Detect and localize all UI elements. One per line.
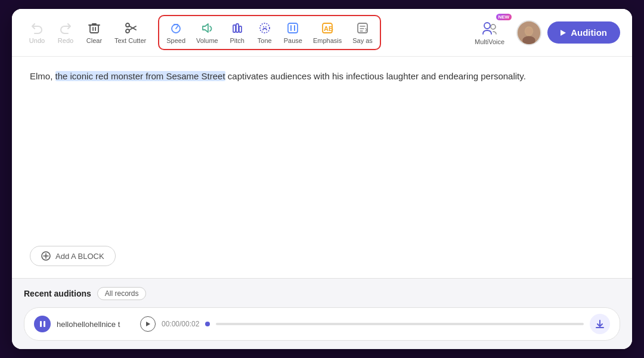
speed-icon (169, 21, 183, 35)
clear-label: Clear (86, 37, 102, 44)
sayas-label: Say as (352, 37, 373, 44)
new-badge: NEW (496, 14, 512, 20)
play-icon (561, 30, 566, 36)
recent-header: Recent auditions All records (24, 287, 620, 300)
all-records-button[interactable]: All records (97, 287, 147, 300)
toolbar: Undo Redo (12, 9, 632, 57)
pause-button[interactable]: Pause (279, 17, 307, 48)
svg-rect-9 (239, 26, 242, 32)
emphasis-icon: AB (320, 21, 335, 35)
emphasis-button[interactable]: AB Emphasis (308, 17, 346, 48)
progress-dot (205, 322, 210, 326)
volume-icon (200, 21, 214, 35)
undo-icon (30, 21, 44, 35)
audio-row: hellohellohellnice t 00:00/00:02 (24, 307, 620, 341)
text-content: Elmo, the iconic red monster from Sesame… (30, 69, 614, 84)
text-before: Elmo, (30, 71, 55, 81)
svg-point-23 (522, 36, 535, 44)
plus-circle-icon (41, 251, 51, 261)
text-after: captivates audiences with his infectious… (225, 71, 526, 81)
download-button[interactable] (590, 314, 610, 334)
avatar[interactable] (516, 20, 541, 45)
tone-button[interactable]: Tone (252, 17, 278, 48)
svg-point-12 (265, 26, 267, 27)
add-block-button[interactable]: Add A BLOCK (30, 246, 116, 266)
svg-point-19 (484, 23, 490, 29)
svg-rect-8 (236, 24, 239, 32)
svg-point-20 (491, 24, 496, 29)
pause-icon (286, 21, 300, 35)
tone-label: Tone (258, 37, 272, 44)
undo-button[interactable]: Undo (24, 17, 50, 48)
sayas-icon (355, 21, 370, 35)
audio-play-button[interactable] (140, 316, 156, 332)
app-container: Undo Redo (12, 9, 632, 349)
pause-label: Pause (284, 37, 302, 44)
toolbar-left: Undo Redo (24, 17, 151, 48)
svg-point-11 (263, 26, 264, 27)
recent-title: Recent auditions (24, 289, 91, 298)
pitch-icon (230, 21, 244, 35)
svg-point-24 (525, 27, 533, 35)
multivoice-label: MultiVoice (475, 38, 504, 45)
scissors-icon (123, 21, 138, 35)
redo-icon (58, 21, 73, 35)
clear-button[interactable]: Clear (81, 17, 107, 48)
audition-button[interactable]: Audition (547, 21, 620, 44)
multivoice-button[interactable]: NEW MultiVoice (469, 16, 510, 49)
svg-marker-6 (203, 24, 208, 32)
emphasis-label: Emphasis (313, 37, 342, 44)
svg-rect-13 (288, 23, 298, 33)
clear-icon (87, 21, 101, 35)
pitch-label: Pitch (230, 37, 244, 44)
toolbar-right: NEW MultiVoice (469, 16, 620, 49)
svg-rect-7 (233, 25, 236, 32)
audio-pause-button[interactable] (34, 316, 51, 332)
svg-text:AB: AB (324, 25, 333, 32)
textcutter-label: Text Cutter (114, 37, 146, 44)
download-icon (595, 319, 605, 329)
speed-label: Speed (166, 37, 185, 44)
tone-icon (258, 21, 272, 35)
audio-title: hellohellohellnice t (57, 320, 134, 329)
text-highlighted: the iconic red monster from Sesame Stree… (55, 71, 225, 81)
audition-label: Audition (571, 27, 607, 38)
undo-label: Undo (29, 37, 45, 44)
effects-group: Speed Volume (158, 15, 381, 50)
progress-bar[interactable] (216, 323, 584, 325)
editor-area[interactable]: Elmo, the iconic red monster from Sesame… (12, 57, 632, 240)
pitch-button[interactable]: Pitch (224, 17, 250, 48)
volume-button[interactable]: Volume (191, 17, 223, 48)
redo-label: Redo (58, 37, 73, 44)
play-triangle-icon (146, 322, 150, 326)
speed-button[interactable]: Speed (162, 17, 190, 48)
text-cutter-button[interactable]: Text Cutter (110, 17, 151, 48)
volume-label: Volume (196, 37, 218, 44)
add-block-label: Add A BLOCK (55, 252, 104, 261)
svg-rect-0 (90, 25, 98, 33)
add-block-area: Add A BLOCK (12, 240, 632, 278)
multivoice-icon (481, 20, 498, 36)
sayas-button[interactable]: Say as (348, 17, 377, 48)
pause-bars-icon (40, 321, 45, 327)
redo-button[interactable]: Redo (52, 17, 79, 48)
audio-time: 00:00/00:02 (162, 320, 199, 328)
bottom-section: Recent auditions All records hellohelloh… (12, 278, 632, 349)
